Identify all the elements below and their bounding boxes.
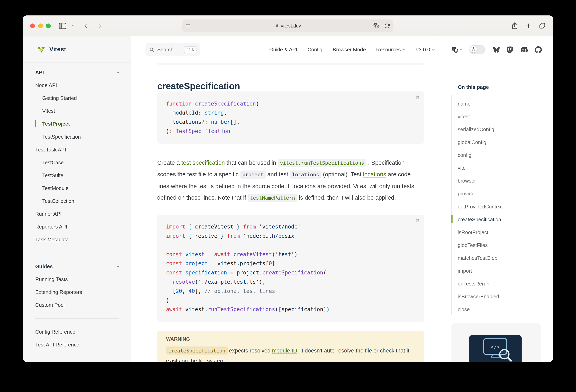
inline-code: createSpecification [166,346,228,355]
inline-code-link[interactable]: vitest.runTestSpecifications [278,159,366,167]
code-line: import { resolve } from 'node:path/posix… [166,232,416,241]
code-line: resolve('./example.test.ts'), [166,277,416,287]
nav-link-config[interactable]: Config [307,47,322,53]
sidebar-item-getting-started[interactable]: Getting Started [35,91,122,104]
inline-code: project [240,171,266,179]
address-bar[interactable]: vitest.dev Aa [182,19,393,32]
outline-item-serializedconfig[interactable]: serializedConfig [458,123,503,136]
sidebar-item-vitest[interactable]: Vitest [35,104,122,117]
code-block-example[interactable]: ts import { createVitest } from 'vitest/… [157,215,424,322]
outline-item-import[interactable]: import [458,264,503,277]
minimize-window-button[interactable] [38,23,43,28]
outline-item-config[interactable]: config [458,149,503,161]
sidebar-item-running-tests[interactable]: Running Tests [35,273,122,285]
inline-link[interactable]: test specification [181,159,225,166]
forward-icon[interactable] [97,23,103,29]
inline-link[interactable]: locations [363,171,386,178]
language-menu[interactable]: Aa [452,46,463,53]
close-window-button[interactable] [30,23,35,28]
code-line: locations?: number[], [166,118,416,127]
inline-code-link[interactable]: testNamePattern [248,194,297,202]
traffic-lights [23,23,51,28]
code-glyph: </> [490,344,500,350]
tab-overview-icon[interactable] [539,23,546,29]
sidebar-item-label: Runner API [35,211,61,216]
outline-item-createspecification[interactable]: createSpecification [458,213,503,225]
outline-item-globalconfig[interactable]: globalConfig [458,136,503,149]
outline-item-vitest[interactable]: vitest [458,110,503,123]
sidebar-item-testmodule[interactable]: TestModule [35,181,122,194]
search-input[interactable]: Search ⌘ K [145,43,200,56]
warning-text: createSpecification expects resolved mod… [166,345,416,362]
tab-group-chevron-icon[interactable] [71,24,75,28]
code-lang-label: ts [416,94,419,100]
inline-link[interactable]: module ID [272,347,297,354]
warning-callout: WARNING createSpecification expects reso… [157,331,424,362]
outline-item-vite[interactable]: vite [458,161,503,174]
outline-item-name[interactable]: name [458,97,503,110]
sidebar-item-testcollection[interactable]: TestCollection [35,194,122,207]
outline-list: namevitestserializedConfigglobalConfigco… [458,97,503,316]
code-line: function createSpecification( [166,99,416,109]
sidebar-item-testcase[interactable]: TestCase [35,156,122,169]
sidebar-item-extending-reporters[interactable]: Extending Reporters [35,285,122,298]
text-run: and test [266,171,290,178]
sun-icon [470,46,477,53]
chevron-down-icon [402,48,406,51]
outline-item-close[interactable]: close [458,303,503,316]
sidebar-item-testsuite[interactable]: TestSuite [35,169,122,181]
sidebar-item-label: TestCase [42,159,64,165]
nav-link-browser-mode[interactable]: Browser Mode [333,47,366,53]
share-icon[interactable] [511,22,518,30]
outline-item-ontestsrerun[interactable]: onTestsRerun [458,277,503,290]
sidebar-item-api[interactable]: API [35,66,122,79]
outline-item-matchestestglob[interactable]: matchesTestGlob [458,251,503,264]
sidebar-item-test-api-reference[interactable]: Test API Reference [35,338,122,351]
back-icon[interactable] [83,23,88,29]
outline-item-browser[interactable]: browser [458,174,503,187]
sidebar-item-reporters-api[interactable]: Reporters API [35,220,122,233]
reload-icon[interactable] [384,23,390,28]
zoom-window-button[interactable] [46,23,51,28]
outline-item-isbrowserenabled[interactable]: isBrowserEnabled [458,290,503,303]
sidebar-toggle-icon[interactable] [59,23,66,29]
doc-sidebar-nav: APINode APIGetting StartedVitestTestProj… [23,63,131,351]
discord-icon[interactable] [520,47,528,53]
sidebar-item-testspecification[interactable]: TestSpecification [35,130,122,143]
url-text: vitest.dev [281,23,301,28]
github-icon[interactable] [535,46,542,53]
sidebar-item-label: Extending Reporters [35,289,82,295]
sidebar-item-custom-pool[interactable]: Custom Pool [35,298,122,311]
outline-item-provide[interactable]: provide [458,187,503,200]
description-paragraph: Create a test specification that can be … [157,157,424,204]
nav-link-guide-api[interactable]: Guide & API [269,47,297,53]
text-run: Create a [157,159,181,166]
outline-title: On this page [458,84,489,90]
sidebar-item-test-task-api[interactable]: Test Task API [35,143,122,156]
outline-item-isrootproject[interactable]: isRootProject [458,226,503,239]
code-block-signature[interactable]: ts function createSpecification( moduleI… [157,91,424,144]
new-tab-icon[interactable] [525,23,531,29]
theme-toggle[interactable] [469,45,485,54]
browser-titlebar: vitest.dev Aa [23,15,553,36]
sidebar-item-node-api[interactable]: Node API [35,79,122,91]
sponsor-box[interactable]: </> [451,323,541,362]
sidebar-item-task-metadata[interactable]: Task Metadata [35,233,122,246]
nav-link-resources[interactable]: Resources [376,47,406,53]
site-title: Vitest [49,46,66,53]
sidebar-item-guides[interactable]: Guides [35,260,122,273]
outline-item-globtestfiles[interactable]: globTestFiles [458,239,503,251]
translate-icon[interactable]: Aa [373,23,379,29]
code-lang-label: ts [416,217,419,223]
chevron-down-icon [116,264,120,268]
bluesky-icon[interactable] [493,47,500,53]
sidebar-item-testproject[interactable]: TestProject [35,117,122,130]
sidebar-item-runner-api[interactable]: Runner API [35,207,122,220]
outline-item-getprovidedcontext[interactable]: getProvidedContext [458,200,503,213]
nav-link-label: Config [307,47,322,53]
vitest-logo[interactable]: Vitest [23,36,131,63]
sidebar-item-label: Test API Reference [35,341,79,347]
nav-link-v3-0-0[interactable]: v3.0.0 [416,47,435,53]
sidebar-item-config-reference[interactable]: Config Reference [35,325,122,338]
mastodon-icon[interactable] [507,46,514,53]
